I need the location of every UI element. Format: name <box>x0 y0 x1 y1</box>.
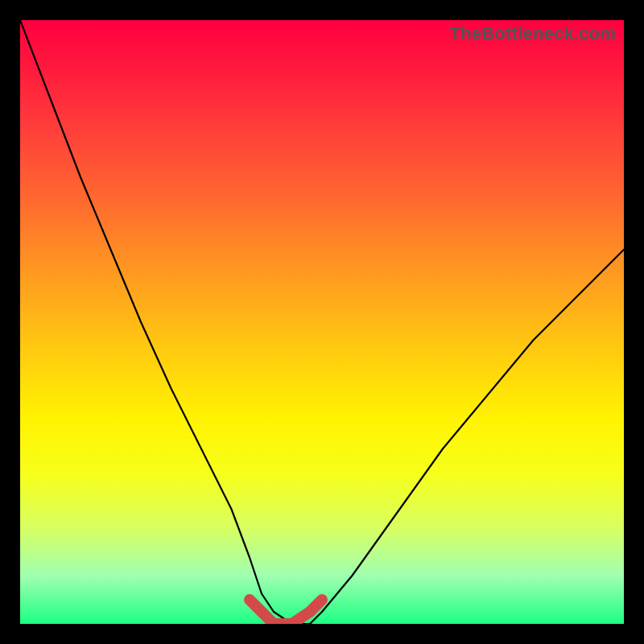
plot-area: TheBottleneck.com <box>20 20 624 624</box>
chart-svg <box>20 20 624 624</box>
chart-frame: TheBottleneck.com <box>0 0 644 644</box>
bottleneck-curve-path <box>20 20 624 624</box>
tolerance-band-path <box>250 600 322 624</box>
